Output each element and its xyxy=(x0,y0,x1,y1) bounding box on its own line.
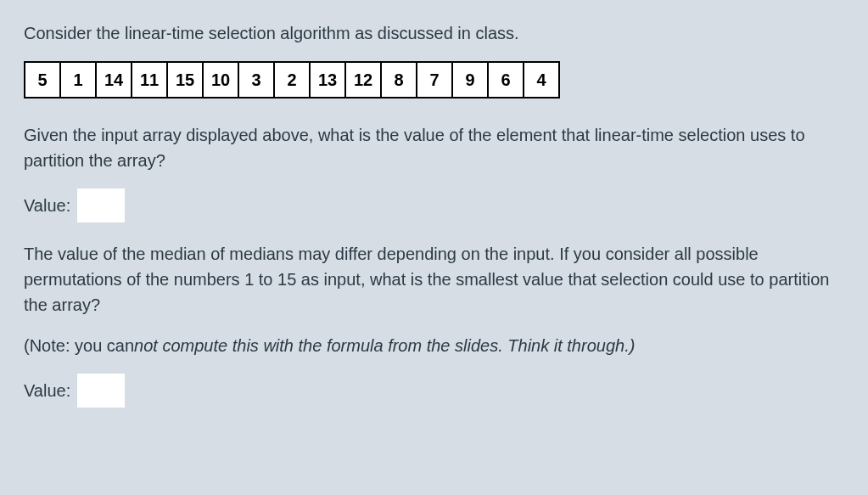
question1-text: Given the input array displayed above, w… xyxy=(24,122,844,173)
array-cell: 2 xyxy=(274,62,310,98)
intro-text: Consider the linear-time selection algor… xyxy=(24,20,844,46)
answer2-row: Value: xyxy=(24,374,844,408)
input-array-table: 5 1 14 11 15 10 3 2 13 12 8 7 9 6 4 xyxy=(24,61,560,98)
array-cell: 4 xyxy=(524,62,559,98)
array-cell: 9 xyxy=(452,62,488,98)
array-cell: 15 xyxy=(167,62,203,98)
array-row: 5 1 14 11 15 10 3 2 13 12 8 7 9 6 4 xyxy=(25,62,559,98)
note-open: ( xyxy=(24,336,30,355)
array-cell: 14 xyxy=(96,62,132,98)
answer1-input[interactable] xyxy=(77,188,125,222)
array-cell: 12 xyxy=(345,62,381,98)
array-cell: 10 xyxy=(203,62,238,98)
array-cell: 8 xyxy=(381,62,417,98)
answer2-input[interactable] xyxy=(77,374,125,408)
array-cell: 3 xyxy=(238,62,274,98)
array-cell: 11 xyxy=(132,62,167,98)
note-text: (Note: you cannot compute this with the … xyxy=(24,333,844,358)
note-rest: not compute this with the formula from t… xyxy=(134,336,635,355)
value-label-1: Value: xyxy=(24,193,70,218)
question2-text: The value of the median of medians may d… xyxy=(24,241,844,318)
array-cell: 13 xyxy=(310,62,345,98)
answer1-row: Value: xyxy=(24,188,844,222)
note-prefix: Note: you can xyxy=(30,336,134,355)
array-cell: 6 xyxy=(488,62,524,98)
array-cell: 1 xyxy=(60,62,96,98)
value-label-2: Value: xyxy=(24,378,70,403)
array-cell: 7 xyxy=(417,62,452,98)
array-cell: 5 xyxy=(25,62,60,98)
